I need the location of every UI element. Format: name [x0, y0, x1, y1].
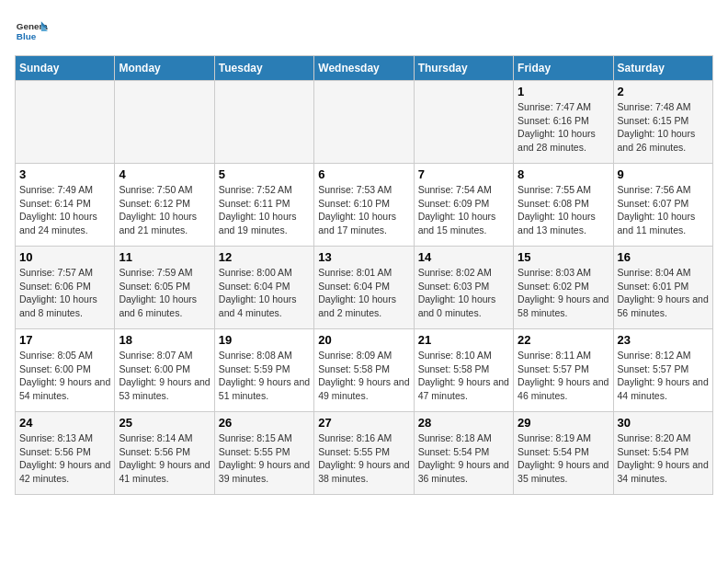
calendar-cell: 1Sunrise: 7:47 AM Sunset: 6:16 PM Daylig… [514, 81, 613, 164]
day-number: 3 [19, 167, 110, 181]
calendar-cell: 4Sunrise: 7:50 AM Sunset: 6:12 PM Daylig… [115, 164, 214, 247]
calendar-cell: 26Sunrise: 8:15 AM Sunset: 5:55 PM Dayli… [214, 412, 313, 495]
day-info: Sunrise: 7:59 AM Sunset: 6:05 PM Dayligh… [119, 266, 210, 320]
day-number: 25 [119, 416, 210, 430]
svg-text:Blue: Blue [17, 31, 37, 41]
calendar-header-row: SundayMondayTuesdayWednesdayThursdayFrid… [16, 56, 713, 81]
calendar-cell: 11Sunrise: 7:59 AM Sunset: 6:05 PM Dayli… [115, 247, 214, 329]
day-info: Sunrise: 7:48 AM Sunset: 6:15 PM Dayligh… [618, 100, 709, 155]
logo: General Blue [15, 15, 48, 48]
day-info: Sunrise: 8:03 AM Sunset: 6:02 PM Dayligh… [518, 266, 609, 320]
day-info: Sunrise: 8:09 AM Sunset: 5:58 PM Dayligh… [318, 349, 409, 403]
day-info: Sunrise: 7:55 AM Sunset: 6:08 PM Dayligh… [518, 183, 609, 237]
day-number: 2 [618, 85, 709, 98]
calendar-cell: 25Sunrise: 8:14 AM Sunset: 5:56 PM Dayli… [115, 412, 214, 495]
day-info: Sunrise: 8:20 AM Sunset: 5:54 PM Dayligh… [618, 431, 709, 486]
calendar-cell: 28Sunrise: 8:18 AM Sunset: 5:54 PM Dayli… [414, 412, 513, 495]
day-header-wednesday: Wednesday [314, 56, 414, 81]
day-info: Sunrise: 7:47 AM Sunset: 6:16 PM Dayligh… [518, 100, 609, 155]
day-number: 14 [418, 250, 509, 264]
calendar-cell: 22Sunrise: 8:11 AM Sunset: 5:57 PM Dayli… [514, 329, 613, 412]
day-info: Sunrise: 8:13 AM Sunset: 5:56 PM Dayligh… [19, 431, 110, 486]
calendar-table: SundayMondayTuesdayWednesdayThursdayFrid… [15, 55, 713, 495]
calendar-cell: 9Sunrise: 7:56 AM Sunset: 6:07 PM Daylig… [613, 164, 712, 247]
day-info: Sunrise: 8:16 AM Sunset: 5:55 PM Dayligh… [318, 431, 409, 486]
day-number: 26 [219, 416, 310, 430]
calendar-week-row: 10Sunrise: 7:57 AM Sunset: 6:06 PM Dayli… [16, 247, 713, 329]
calendar-cell: 12Sunrise: 8:00 AM Sunset: 6:04 PM Dayli… [214, 247, 313, 329]
day-number: 17 [19, 333, 110, 347]
day-info: Sunrise: 8:19 AM Sunset: 5:54 PM Dayligh… [518, 431, 609, 486]
calendar-cell: 21Sunrise: 8:10 AM Sunset: 5:58 PM Dayli… [414, 329, 513, 412]
calendar-cell: 5Sunrise: 7:52 AM Sunset: 6:11 PM Daylig… [214, 164, 313, 247]
calendar-week-row: 1Sunrise: 7:47 AM Sunset: 6:16 PM Daylig… [16, 81, 713, 164]
calendar-cell: 15Sunrise: 8:03 AM Sunset: 6:02 PM Dayli… [514, 247, 613, 329]
day-number: 23 [618, 333, 709, 347]
day-number: 16 [618, 250, 709, 264]
day-info: Sunrise: 7:50 AM Sunset: 6:12 PM Dayligh… [119, 183, 210, 237]
day-number: 12 [219, 250, 310, 264]
day-number: 6 [318, 167, 409, 181]
calendar-cell: 30Sunrise: 8:20 AM Sunset: 5:54 PM Dayli… [613, 412, 712, 495]
day-info: Sunrise: 8:10 AM Sunset: 5:58 PM Dayligh… [418, 349, 509, 403]
page-header: General Blue [15, 15, 713, 48]
day-info: Sunrise: 8:14 AM Sunset: 5:56 PM Dayligh… [119, 431, 210, 486]
calendar-cell: 16Sunrise: 8:04 AM Sunset: 6:01 PM Dayli… [613, 247, 712, 329]
calendar-cell: 19Sunrise: 8:08 AM Sunset: 5:59 PM Dayli… [214, 329, 313, 412]
calendar-cell: 17Sunrise: 8:05 AM Sunset: 6:00 PM Dayli… [16, 329, 115, 412]
day-number: 21 [418, 333, 509, 347]
day-number: 22 [518, 333, 609, 347]
day-number: 24 [19, 416, 110, 430]
day-info: Sunrise: 7:53 AM Sunset: 6:10 PM Dayligh… [318, 183, 409, 237]
day-number: 29 [518, 416, 609, 430]
day-header-saturday: Saturday [613, 56, 712, 81]
day-info: Sunrise: 8:15 AM Sunset: 5:55 PM Dayligh… [219, 431, 310, 486]
day-info: Sunrise: 8:05 AM Sunset: 6:00 PM Dayligh… [19, 349, 110, 403]
day-number: 4 [119, 167, 210, 181]
calendar-cell: 14Sunrise: 8:02 AM Sunset: 6:03 PM Dayli… [414, 247, 513, 329]
calendar-cell: 20Sunrise: 8:09 AM Sunset: 5:58 PM Dayli… [314, 329, 414, 412]
calendar-cell: 27Sunrise: 8:16 AM Sunset: 5:55 PM Dayli… [314, 412, 414, 495]
day-number: 30 [618, 416, 709, 430]
calendar-cell: 6Sunrise: 7:53 AM Sunset: 6:10 PM Daylig… [314, 164, 414, 247]
calendar-cell: 2Sunrise: 7:48 AM Sunset: 6:15 PM Daylig… [613, 81, 712, 164]
day-info: Sunrise: 8:11 AM Sunset: 5:57 PM Dayligh… [518, 349, 609, 403]
calendar-cell: 24Sunrise: 8:13 AM Sunset: 5:56 PM Dayli… [16, 412, 115, 495]
calendar-week-row: 17Sunrise: 8:05 AM Sunset: 6:00 PM Dayli… [16, 329, 713, 412]
day-info: Sunrise: 7:56 AM Sunset: 6:07 PM Dayligh… [618, 183, 709, 237]
day-number: 5 [219, 167, 310, 181]
day-info: Sunrise: 8:02 AM Sunset: 6:03 PM Dayligh… [418, 266, 509, 320]
day-info: Sunrise: 8:12 AM Sunset: 5:57 PM Dayligh… [618, 349, 709, 403]
day-header-tuesday: Tuesday [214, 56, 313, 81]
day-number: 9 [618, 167, 709, 181]
day-number: 19 [219, 333, 310, 347]
day-info: Sunrise: 8:07 AM Sunset: 6:00 PM Dayligh… [119, 349, 210, 403]
calendar-cell [214, 81, 313, 164]
day-number: 20 [318, 333, 409, 347]
day-number: 15 [518, 250, 609, 264]
day-header-monday: Monday [115, 56, 214, 81]
calendar-cell: 10Sunrise: 7:57 AM Sunset: 6:06 PM Dayli… [16, 247, 115, 329]
day-info: Sunrise: 7:49 AM Sunset: 6:14 PM Dayligh… [19, 183, 110, 237]
calendar-cell [314, 81, 414, 164]
calendar-cell: 18Sunrise: 8:07 AM Sunset: 6:00 PM Dayli… [115, 329, 214, 412]
day-number: 27 [318, 416, 409, 430]
calendar-cell: 7Sunrise: 7:54 AM Sunset: 6:09 PM Daylig… [414, 164, 513, 247]
day-header-sunday: Sunday [16, 56, 115, 81]
day-number: 10 [19, 250, 110, 264]
day-number: 8 [518, 167, 609, 181]
calendar-cell [115, 81, 214, 164]
day-info: Sunrise: 8:01 AM Sunset: 6:04 PM Dayligh… [318, 266, 409, 320]
calendar-cell [16, 81, 115, 164]
day-number: 18 [119, 333, 210, 347]
day-info: Sunrise: 8:04 AM Sunset: 6:01 PM Dayligh… [618, 266, 709, 320]
day-header-thursday: Thursday [414, 56, 513, 81]
day-number: 13 [318, 250, 409, 264]
day-info: Sunrise: 8:00 AM Sunset: 6:04 PM Dayligh… [219, 266, 310, 320]
calendar-week-row: 3Sunrise: 7:49 AM Sunset: 6:14 PM Daylig… [16, 164, 713, 247]
calendar-cell: 29Sunrise: 8:19 AM Sunset: 5:54 PM Dayli… [514, 412, 613, 495]
calendar-cell: 23Sunrise: 8:12 AM Sunset: 5:57 PM Dayli… [613, 329, 712, 412]
calendar-cell: 3Sunrise: 7:49 AM Sunset: 6:14 PM Daylig… [16, 164, 115, 247]
day-info: Sunrise: 7:54 AM Sunset: 6:09 PM Dayligh… [418, 183, 509, 237]
day-number: 28 [418, 416, 509, 430]
